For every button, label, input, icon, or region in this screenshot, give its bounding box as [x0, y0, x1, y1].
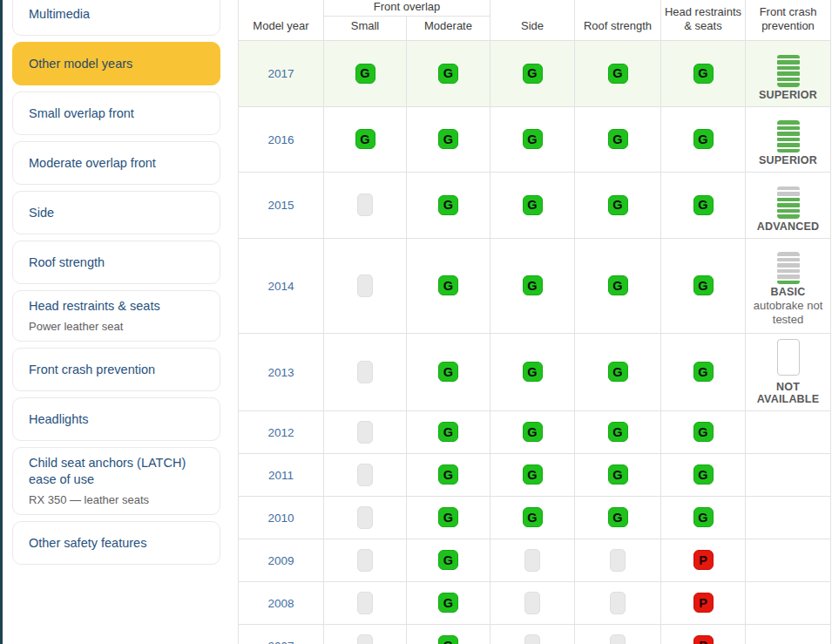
sidebar-item-label: Front crash prevention [29, 362, 204, 378]
rating-badge-good: G [693, 195, 714, 215]
fcp-rating-label: SUPERIOR [749, 89, 827, 101]
sidebar-item-label: Side [29, 205, 204, 221]
rating-cell [324, 624, 407, 644]
model-year-link[interactable]: 2016 [267, 133, 294, 146]
sidebar-item[interactable]: Headlights [12, 397, 220, 441]
rating-badge-good: G [693, 507, 714, 527]
rating-badge-not-tested [357, 592, 373, 614]
rating-badge-good: G [355, 64, 375, 84]
sidebar: Multimedia Other model years Small overl… [12, 0, 220, 565]
rating-cell [324, 581, 407, 624]
rating-cell: G [324, 106, 407, 173]
model-year-link[interactable]: 2012 [267, 426, 294, 439]
rating-cell: P [661, 624, 746, 644]
model-year-link[interactable]: 2015 [267, 199, 294, 212]
fcp-rating-sublabel: autobrake not tested [749, 299, 827, 328]
rating-cell [490, 624, 575, 644]
rating-cell: G [575, 41, 661, 107]
rating-cell: G [575, 333, 661, 410]
model-year-cell: 2012 [239, 410, 324, 453]
rating-badge-poor: P [693, 550, 714, 570]
ratings-tbody: 2017 GGGGGSUPERIOR 2016 GGGGGSUPERIOR 20… [239, 41, 831, 644]
rating-cell: G [490, 238, 575, 333]
table-row: 2007 GP [239, 624, 831, 644]
rating-cell: G [490, 496, 575, 539]
sidebar-item-sublabel: RX 350 — leather seats [29, 492, 204, 507]
rating-badge-good: G [438, 635, 458, 644]
sidebar-item-label: Child seat anchors (LATCH) ease of use [29, 455, 204, 488]
model-year-link[interactable]: 2014 [267, 280, 294, 293]
rating-cell: G [661, 106, 746, 173]
rating-cell: G [661, 333, 746, 410]
rating-cell: G [661, 453, 746, 496]
model-year-cell: 2010 [239, 496, 324, 539]
sidebar-item[interactable]: Other safety features [12, 521, 220, 565]
rating-cell [575, 539, 661, 581]
table-row: 2017 GGGGGSUPERIOR [239, 41, 831, 107]
left-edge-bar [0, 0, 3, 644]
fcp-rating-label: SUPERIOR [749, 154, 827, 166]
fcp-rating-bars-icon [777, 120, 800, 153]
front-crash-prevention-cell: NOT AVAILABLE [746, 333, 831, 410]
rating-cell: G [661, 173, 746, 239]
rating-badge-poor: P [693, 593, 714, 613]
sidebar-item[interactable]: Side [12, 191, 220, 234]
fcp-rating-bars-icon [777, 55, 800, 87]
table-row: 2010 GGGG [239, 496, 831, 539]
header-front-crash-prevention: Front crash prevention [746, 0, 831, 41]
rating-cell: G [490, 453, 575, 496]
rating-cell: G [407, 496, 490, 539]
rating-badge-good: G [693, 422, 714, 442]
model-year-link[interactable]: 2008 [267, 597, 294, 610]
table-row: 2011 GGGG [239, 453, 831, 496]
model-year-cell: 2017 [239, 41, 324, 107]
fcp-rating-label: NOT AVAILABLE [749, 381, 827, 405]
rating-badge-good: G [608, 362, 628, 382]
rating-badge-poor: P [693, 635, 714, 644]
sidebar-item[interactable]: Other model years [12, 42, 220, 85]
sidebar-item[interactable]: Head restraints & seats Power leather se… [12, 290, 220, 342]
page: Multimedia Other model years Small overl… [0, 0, 832, 644]
rating-badge-not-tested [610, 549, 626, 572]
model-year-link[interactable]: 2017 [267, 67, 294, 80]
rating-cell: G [490, 173, 575, 239]
model-year-link[interactable]: 2013 [267, 366, 294, 379]
sidebar-item[interactable]: Small overlap front [12, 92, 220, 135]
sidebar-item[interactable]: Front crash prevention [12, 348, 220, 391]
rating-cell [324, 539, 407, 581]
model-year-link[interactable]: 2009 [267, 554, 294, 567]
model-year-link[interactable]: 2010 [267, 512, 294, 525]
rating-cell [575, 581, 661, 624]
rating-badge-good: G [523, 195, 543, 215]
sidebar-item[interactable]: Multimedia [12, 0, 220, 36]
rating-cell [324, 496, 407, 539]
sidebar-item[interactable]: Moderate overlap front [12, 141, 220, 185]
rating-badge-not-tested [357, 549, 373, 572]
rating-badge-good: G [355, 129, 375, 149]
sidebar-item[interactable]: Roof strength [12, 241, 220, 284]
sidebar-item[interactable]: Child seat anchors (LATCH) ease of use R… [12, 447, 220, 515]
model-year-link[interactable]: 2007 [267, 640, 294, 644]
rating-badge-good: G [523, 422, 543, 442]
rating-badge-good: G [438, 195, 458, 215]
rating-cell [575, 624, 661, 644]
header-moderate-overlap: Moderate [407, 17, 490, 41]
table-row: 2013 GGGGNOT AVAILABLE [239, 333, 831, 410]
rating-badge-good: G [608, 464, 628, 485]
rating-badge-good: G [438, 422, 458, 442]
rating-badge-good: G [438, 64, 458, 84]
table-row: 2008 GP [239, 581, 831, 624]
model-year-cell: 2013 [239, 333, 324, 410]
rating-cell [324, 238, 407, 333]
rating-cell: G [490, 106, 575, 173]
fcp-rating-label: BASIC [749, 286, 827, 298]
model-year-cell: 2011 [239, 453, 324, 496]
rating-cell: G [407, 539, 490, 581]
rating-cell: G [575, 173, 661, 239]
rating-cell: G [575, 106, 661, 173]
rating-cell: G [661, 41, 746, 107]
rating-badge-not-tested [357, 421, 373, 444]
ratings-table: Model year Front overlap Side Roof stren… [238, 0, 831, 644]
model-year-link[interactable]: 2011 [268, 469, 294, 482]
table-row: 2015 GGGGADVANCED [239, 173, 831, 239]
